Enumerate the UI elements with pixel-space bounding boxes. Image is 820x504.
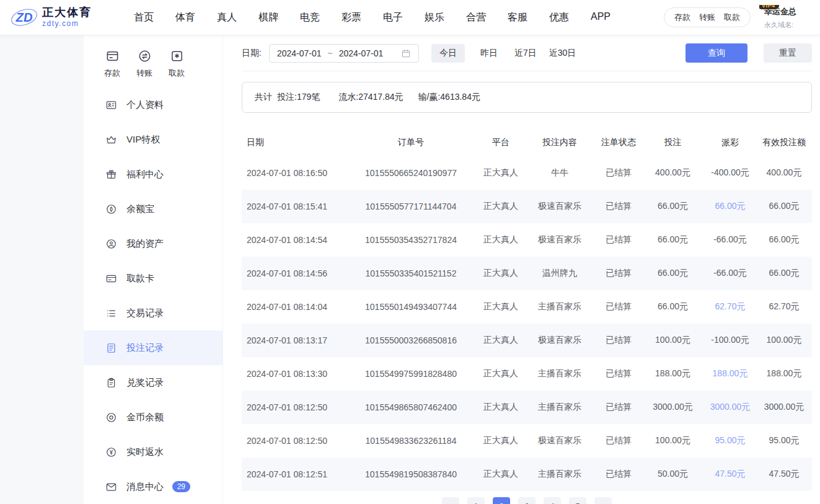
nav-item-promo[interactable]: 优惠 xyxy=(549,11,569,24)
summary-prefix: 共计 xyxy=(255,92,272,103)
sidebar-item-yuebao[interactable]: 余额宝 xyxy=(84,192,223,226)
bet-cell: 50.00元 xyxy=(646,469,699,480)
nav-item-home[interactable]: 首页 xyxy=(134,11,154,24)
filter-bar: 日期: 2024-07-01 ~ 2024-07-01 今日 昨日 近7日 近3… xyxy=(242,35,812,71)
order-cell: 1015549975991828480 xyxy=(349,369,473,379)
date-cell: 2024-07-01 08:15:41 xyxy=(247,201,349,211)
valid-bet-cell: 3000.00元 xyxy=(761,402,807,413)
range-button[interactable]: 今日 xyxy=(431,44,465,63)
page-next-button[interactable]: › xyxy=(594,497,612,504)
sidebar-item-label: 交易记录 xyxy=(126,307,164,319)
nav-item-lottery[interactable]: 彩票 xyxy=(342,11,361,24)
sidebar-item-bet-records[interactable]: 投注记录 xyxy=(84,330,223,365)
pagination: ‹ 1 2 3 4 5 › xyxy=(242,497,812,504)
gold-coin-icon xyxy=(105,412,117,423)
table-row: 2024-07-01 08:12:50 1015549833623261184 … xyxy=(242,424,812,458)
page-button[interactable]: 3 xyxy=(518,497,536,504)
nav-item-app[interactable]: APP xyxy=(591,11,611,24)
nav-item-entertainment[interactable]: 娱乐 xyxy=(425,11,444,24)
payout-cell: 95.00元 xyxy=(699,435,761,446)
status-cell: 已结算 xyxy=(591,201,646,212)
table-row: 2024-07-01 08:14:56 1015550335401521152 … xyxy=(242,257,812,290)
valid-bet-cell: 62.70元 xyxy=(761,301,807,312)
range-button[interactable]: 昨日 xyxy=(479,44,499,63)
content-cell: 极速百家乐 xyxy=(529,234,591,245)
table-row: 2024-07-01 08:13:17 1015550003266850816 … xyxy=(242,324,812,357)
page-prev-button[interactable]: ‹ xyxy=(442,497,459,504)
bet-cell: 66.00元 xyxy=(646,268,699,279)
nav-item-live[interactable]: 真人 xyxy=(217,11,237,24)
table-row: 2024-07-01 08:12:50 1015549865807462400 … xyxy=(242,391,812,424)
sidebar-item-vip[interactable]: VIP特权 xyxy=(84,122,223,157)
account-sidebar: 存款 转账 取款 个人资料 VIP特权 xyxy=(84,35,223,504)
reset-button[interactable]: 重置 xyxy=(764,43,812,63)
sidebar-item-profile[interactable]: 个人资料 xyxy=(84,87,223,122)
sidebar-item-assets[interactable]: 我的资产 xyxy=(84,226,223,261)
order-cell: 1015549865807462400 xyxy=(349,402,473,412)
deposit-action[interactable]: 存款 xyxy=(104,49,120,79)
date-to: 2024-07-01 xyxy=(339,48,384,58)
platform-cell: 正大真人 xyxy=(473,167,529,179)
brand-logo[interactable]: ZD 正大体育 zdty.com xyxy=(10,5,120,30)
header-cell: 订单号 xyxy=(349,137,473,148)
quick-action-label: 转账 xyxy=(136,68,152,79)
bet-cell: 100.00元 xyxy=(646,435,699,446)
sidebar-item-messages[interactable]: 消息中心 29 xyxy=(84,469,223,504)
date-cell: 2024-07-01 08:16:50 xyxy=(247,168,349,178)
page-body: 存款 转账 取款 个人资料 VIP特权 xyxy=(0,35,820,504)
page-button[interactable]: 4 xyxy=(544,497,561,504)
page-button[interactable]: 5 xyxy=(569,497,586,504)
nav-item-sports[interactable]: 体育 xyxy=(175,11,195,24)
platform-cell: 正大真人 xyxy=(473,368,529,379)
content-cell: 温州牌九 xyxy=(529,268,591,279)
bet-cell: 3000.00元 xyxy=(646,402,699,413)
range-button[interactable]: 近30日 xyxy=(548,44,578,63)
sidebar-item-label: 我的资产 xyxy=(126,238,164,250)
nav-item-slots[interactable]: 电子 xyxy=(383,11,403,24)
page-button[interactable]: 2 xyxy=(493,497,510,504)
date-range-input[interactable]: 2024-07-01 ~ 2024-07-01 xyxy=(269,44,419,63)
summary-box: 共计 投注:179笔 流水:27417.84元 输/赢:4613.84元 xyxy=(242,82,812,113)
brand-logo-icon: ZD xyxy=(10,5,38,30)
bank-card-icon xyxy=(105,273,117,285)
status-cell: 已结算 xyxy=(591,335,646,346)
message-count-badge: 29 xyxy=(172,481,190,492)
transfer-link[interactable]: 转账 xyxy=(699,12,715,23)
order-cell: 1015550354352717824 xyxy=(349,235,473,245)
search-button[interactable]: 查询 xyxy=(686,43,747,63)
payout-cell: -400.00元 xyxy=(699,167,761,179)
svg-text:ZD: ZD xyxy=(15,11,33,24)
date-cell: 2024-07-01 08:12:50 xyxy=(247,402,349,412)
date-from: 2024-07-01 xyxy=(277,48,322,58)
sidebar-item-label: 消息中心 xyxy=(126,481,164,493)
page-button[interactable]: 1 xyxy=(467,497,485,504)
payout-cell: 66.00元 xyxy=(699,201,761,212)
platform-cell: 正大真人 xyxy=(473,268,529,279)
status-cell: 已结算 xyxy=(591,234,646,245)
date-cell: 2024-07-01 08:13:30 xyxy=(247,369,349,379)
sidebar-item-transactions[interactable]: 交易记录 xyxy=(84,296,223,330)
sidebar-item-withdraw-card[interactable]: 取款卡 xyxy=(84,261,223,296)
withdraw-link[interactable]: 取款 xyxy=(724,12,740,23)
order-cell: 1015550149493407744 xyxy=(349,302,473,312)
sidebar-item-rebate[interactable]: 实时返水 xyxy=(84,435,223,469)
sidebar-item-gold-balance[interactable]: 金币余额 xyxy=(84,400,223,435)
withdraw-action[interactable]: 取款 xyxy=(169,49,185,79)
deposit-link[interactable]: 存款 xyxy=(674,12,690,23)
platform-cell: 正大真人 xyxy=(473,435,529,446)
sidebar-item-welfare[interactable]: 福利中心 xyxy=(84,157,223,192)
order-cell: 1015549833623261184 xyxy=(349,436,473,446)
transfer-action[interactable]: 转账 xyxy=(136,49,152,79)
nav-item-service[interactable]: 客服 xyxy=(508,11,527,24)
valid-bet-cell: 95.00元 xyxy=(761,435,807,446)
nav-item-cards[interactable]: 棋牌 xyxy=(258,11,278,24)
range-button[interactable]: 近7日 xyxy=(513,44,538,63)
navbar-right: 存款 转账 取款 VIP4 幸运金总 永久域名: xyxy=(664,5,820,30)
nav-item-esports[interactable]: 电竞 xyxy=(300,11,320,24)
sidebar-item-redeem-records[interactable]: 兑奖记录 xyxy=(84,365,223,400)
payout-cell: 188.00元 xyxy=(699,368,761,379)
nav-item-partner[interactable]: 合营 xyxy=(466,11,486,24)
header-cell: 投注 xyxy=(646,137,699,148)
valid-bet-cell: 66.00元 xyxy=(761,201,807,212)
sidebar-item-label: 兑奖记录 xyxy=(126,377,164,389)
